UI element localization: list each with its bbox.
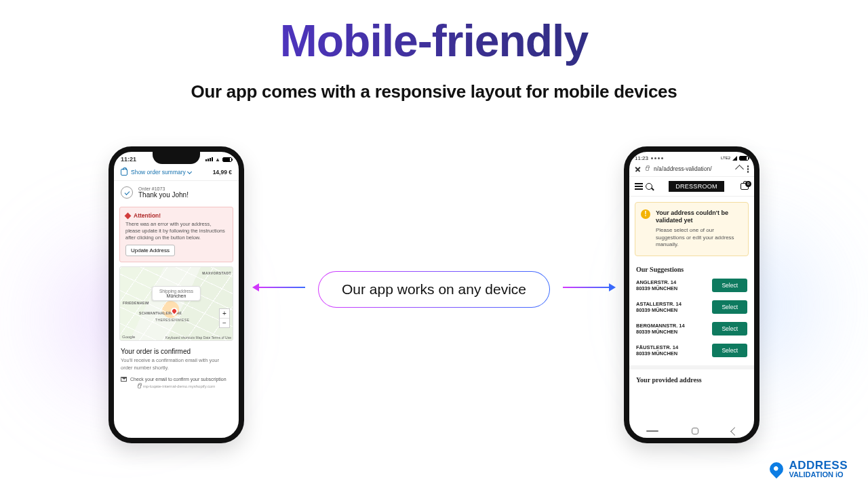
check-circle-icon bbox=[121, 186, 133, 199]
alert-icon bbox=[125, 212, 132, 219]
cart-icon bbox=[121, 169, 127, 176]
nav-home-icon[interactable] bbox=[692, 428, 698, 434]
order-number: Order #1073 bbox=[138, 186, 189, 191]
confirmed-heading: Your order is confirmed bbox=[121, 348, 232, 355]
android-navbar[interactable] bbox=[629, 424, 754, 438]
envelope-icon bbox=[121, 377, 127, 382]
search-icon[interactable] bbox=[646, 183, 652, 190]
summary-price: 14,99 € bbox=[213, 169, 232, 176]
select-button[interactable]: Select bbox=[712, 322, 747, 336]
nav-back-icon[interactable] bbox=[730, 427, 739, 436]
share-icon[interactable] bbox=[735, 165, 744, 174]
hero-subtitle: Our app comes with a responsive layout f… bbox=[0, 81, 868, 102]
cart-badge: 0 bbox=[745, 181, 751, 187]
hero-pill: Our app works on any device bbox=[318, 271, 550, 308]
nav-recents-icon[interactable] bbox=[646, 430, 658, 432]
signal-icon bbox=[732, 156, 737, 161]
hamburger-icon[interactable] bbox=[635, 183, 643, 189]
iphone-notch bbox=[153, 152, 200, 164]
select-button[interactable]: Select bbox=[712, 300, 747, 314]
more-icon[interactable] bbox=[747, 165, 749, 173]
select-button[interactable]: Select bbox=[712, 344, 747, 357]
map-zoom-controls[interactable]: +− bbox=[219, 308, 230, 328]
alert-title: Attention! bbox=[134, 212, 161, 219]
suggestion-row: FÄUSTLESTR. 1480339 MÜNCHEN Select bbox=[629, 340, 754, 361]
suggestions-heading: Our Suggestions bbox=[629, 262, 754, 274]
phone-mockup-iphone: 11:21 ▲ Show order summary 14,99 € Order… bbox=[108, 146, 244, 443]
alert-body: There was an error with your address, pl… bbox=[125, 221, 227, 241]
page-url: n/a/address-validation/ bbox=[654, 165, 732, 172]
status-right-icons: LTE2 bbox=[721, 156, 749, 161]
cart-icon[interactable]: 0 bbox=[741, 183, 749, 190]
summary-label: Show order summary bbox=[131, 169, 186, 176]
pin-icon bbox=[767, 460, 786, 479]
select-button[interactable]: Select bbox=[712, 279, 747, 292]
phone-mockup-android: 11:23 LTE2 n/a/address-validation/ bbox=[624, 146, 760, 443]
footer-logo-line1: ADDRESS bbox=[789, 460, 848, 471]
suggestion-row: BERGMANNSTR. 1480339 MÜNCHEN Select bbox=[629, 318, 754, 340]
footer-logo: ADDRESS VALIDATION iO bbox=[770, 460, 848, 479]
validation-warning: ! Your address couldn't be validated yet… bbox=[635, 202, 749, 257]
warning-title: Your address couldn't be validated yet bbox=[656, 209, 741, 225]
google-logo: Google bbox=[122, 335, 135, 339]
browser-address-bar[interactable]: n/a/address-validation/ bbox=[629, 162, 754, 177]
map-attribution: Keyboard shortcuts Map Data Terms of Use bbox=[165, 336, 231, 340]
address-error-alert: Attention! There was an error with your … bbox=[119, 207, 233, 262]
arrow-left bbox=[258, 287, 305, 288]
status-left-icons bbox=[651, 157, 663, 159]
thank-you-text: Thank you John! bbox=[138, 191, 189, 199]
close-icon[interactable] bbox=[635, 166, 641, 172]
android-status-bar: 11:23 LTE2 bbox=[629, 152, 754, 162]
lock-icon bbox=[138, 384, 141, 388]
battery-icon bbox=[222, 157, 232, 162]
signal-icon bbox=[205, 157, 213, 161]
provided-heading: Your provided address bbox=[629, 365, 754, 385]
order-confirmed-block: Your order is confirmed You'll receive a… bbox=[114, 341, 239, 373]
arrow-right bbox=[563, 287, 610, 288]
suggestion-row: ANGLERSTR. 1480339 MÜNCHEN Select bbox=[629, 274, 754, 296]
map-area-labels: FRIEDENHEIM MAXVORSTADT SCHWANTHALERHÖHE… bbox=[120, 267, 233, 340]
update-address-button[interactable]: Update Address bbox=[125, 245, 175, 256]
shop-brand[interactable]: DRESSROOM bbox=[669, 181, 724, 192]
footer-logo-line2: VALIDATION iO bbox=[789, 471, 848, 479]
chevron-down-icon bbox=[187, 169, 192, 174]
suggestion-row: ASTALLERSTR. 1480339 MÜNCHEN Select bbox=[629, 296, 754, 318]
warning-body: Please select one of our suggestions or … bbox=[656, 227, 741, 249]
wifi-icon: ▲ bbox=[215, 157, 220, 163]
lock-icon bbox=[646, 167, 649, 171]
site-url: mp-loqate-internal-demo.myshopify.com bbox=[114, 384, 239, 391]
hero-title: Mobile-friendly bbox=[0, 15, 868, 66]
shipping-map[interactable]: FRIEDENHEIM MAXVORSTADT SCHWANTHALERHÖHE… bbox=[119, 266, 233, 341]
map-address-chip: Shipping address München bbox=[152, 286, 201, 301]
status-time: 11:23 bbox=[635, 155, 648, 161]
confirmed-body: You'll receive a confirmation email with… bbox=[121, 357, 232, 371]
thank-you-block: Order #1073 Thank you John! bbox=[114, 181, 239, 204]
battery-icon bbox=[739, 156, 749, 161]
status-time: 11:21 bbox=[121, 156, 136, 163]
warning-icon: ! bbox=[641, 209, 650, 219]
order-summary-toggle[interactable]: Show order summary 14,99 € bbox=[114, 164, 239, 181]
subscription-note: Check your email to confirm your subscri… bbox=[114, 374, 239, 384]
shop-navbar: DRESSROOM 0 bbox=[629, 177, 754, 197]
